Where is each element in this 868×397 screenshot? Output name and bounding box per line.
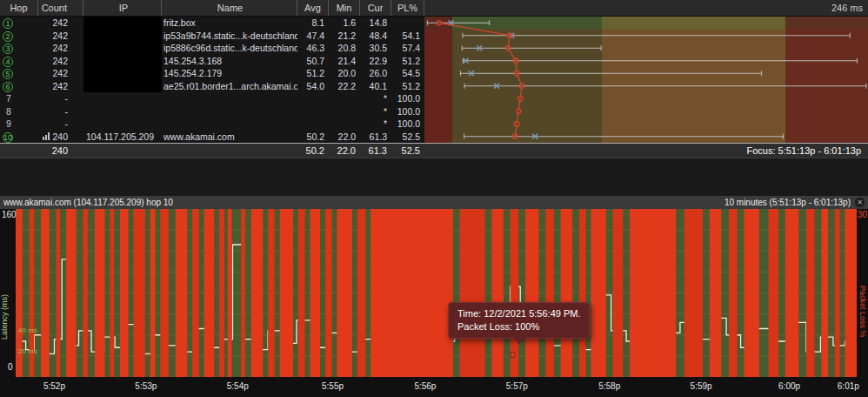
count-cell: 242 bbox=[38, 55, 83, 68]
pl-cell: 100.0 bbox=[391, 92, 424, 105]
summary-min: 22.0 bbox=[329, 144, 360, 158]
packet-loss-axis-label: Packet Loss % bbox=[858, 286, 867, 338]
min-cell: 22.0 bbox=[329, 131, 360, 144]
col-header-count[interactable]: Count bbox=[38, 0, 83, 16]
avg-cell bbox=[297, 118, 329, 131]
pl-cell: 54.1 bbox=[391, 30, 424, 43]
hop-number-circled: 10 bbox=[3, 132, 13, 143]
col-header-hop[interactable]: Hop bbox=[0, 0, 38, 16]
name-cell: www.akamai.com bbox=[162, 131, 297, 144]
time-tick-label: 5:53p bbox=[135, 381, 157, 391]
summary-pl: 52.5 bbox=[391, 144, 424, 158]
avg-cell bbox=[297, 105, 329, 118]
time-tick-label: 5:58p bbox=[598, 381, 620, 391]
hop-cell: 3 bbox=[0, 42, 38, 55]
pl-cell bbox=[391, 17, 424, 30]
cur-cell: 40.1 bbox=[360, 80, 391, 93]
count-cell: 242 bbox=[38, 67, 83, 80]
min-cell: 20.8 bbox=[329, 42, 360, 55]
hop-cell: 2 bbox=[0, 30, 38, 43]
y-axis-max-label: 160 bbox=[2, 210, 17, 219]
gridline-label: 40 ms bbox=[18, 326, 37, 334]
hop-number-circled: 5 bbox=[3, 69, 13, 79]
col-header-cur[interactable]: Cur bbox=[360, 0, 391, 16]
time-tick-label: 6:01p bbox=[838, 381, 859, 391]
summary-cur: 61.3 bbox=[360, 144, 391, 158]
summary-count: 240 bbox=[38, 144, 83, 158]
count-cell: 242 bbox=[38, 17, 83, 30]
close-icon[interactable]: ✕ bbox=[855, 198, 865, 207]
name-cell: ae25.r01.border1...arch.akamai.com bbox=[162, 80, 297, 93]
pl-cell: 100.0 bbox=[391, 105, 424, 118]
avg-cell: 54.0 bbox=[297, 80, 329, 93]
ip-cell bbox=[83, 118, 162, 131]
cur-cell: 14.8 bbox=[360, 17, 391, 30]
hop-cell: 10 bbox=[0, 131, 38, 144]
count-cell: 242 bbox=[38, 30, 83, 43]
avg-cell: 51.2 bbox=[297, 67, 329, 80]
min-cell: 21.2 bbox=[329, 30, 360, 43]
count-cell: 240 bbox=[38, 131, 83, 144]
col-header-pl[interactable]: PL% bbox=[391, 0, 424, 16]
time-tick-label: 5:54p bbox=[227, 381, 249, 391]
name-cell: ip5886c96d.static...k-deutschland.de bbox=[162, 42, 297, 55]
pl-cell: 100.0 bbox=[391, 118, 424, 131]
cur-cell: 48.4 bbox=[360, 30, 391, 43]
hop-cell: 4 bbox=[0, 55, 38, 68]
time-tick-label: 5:55p bbox=[322, 381, 344, 391]
min-cell bbox=[329, 105, 360, 118]
summary-row[interactable]: 240 50.2 22.0 61.3 52.5 Focus: 5:51:13p … bbox=[0, 143, 868, 158]
name-cell: fritz.box bbox=[162, 17, 297, 30]
trace-panel: Hop Count IP Name Avg Min Cur PL% 246 ms… bbox=[0, 0, 868, 158]
pl-cell: 57.4 bbox=[391, 42, 424, 55]
hop-cell: 7 bbox=[0, 92, 38, 105]
hop-number-circled: 3 bbox=[3, 44, 13, 54]
hop-cell: 6 bbox=[0, 80, 38, 93]
ip-redaction-block bbox=[83, 17, 162, 92]
min-cell: 20.0 bbox=[329, 67, 360, 80]
col-header-ip[interactable]: IP bbox=[83, 0, 162, 16]
tooltip: Time: 12/2/2021 5:56:49 PM. Packet Loss:… bbox=[448, 302, 590, 339]
min-cell bbox=[329, 118, 360, 131]
ip-cell bbox=[83, 105, 162, 118]
cur-cell: * bbox=[360, 118, 391, 131]
hop-number: 8 bbox=[0, 106, 11, 117]
cur-cell: * bbox=[360, 92, 391, 105]
pingplotter-app: Hop Count IP Name Avg Min Cur PL% 246 ms… bbox=[0, 0, 868, 397]
name-cell: 145.254.2.179 bbox=[162, 67, 297, 80]
latency-axis-label: Latency (ms) bbox=[0, 294, 9, 340]
y-axis-min-label: 0 bbox=[8, 362, 13, 372]
loss-axis-max-label: 30 bbox=[858, 210, 867, 219]
graph-icon bbox=[43, 132, 50, 140]
cur-cell: 30.5 bbox=[360, 42, 391, 55]
ip-cell: 104.117.205.209 bbox=[83, 131, 162, 144]
col-header-avg[interactable]: Avg bbox=[297, 0, 329, 16]
min-cell: 22.2 bbox=[329, 80, 360, 93]
trace-table-header: Hop Count IP Name Avg Min Cur PL% 246 ms bbox=[0, 0, 868, 17]
pl-cell: 51.2 bbox=[391, 80, 424, 93]
col-header-name[interactable]: Name bbox=[162, 0, 297, 16]
cur-cell: 22.9 bbox=[360, 55, 391, 68]
min-cell: 1.6 bbox=[329, 17, 360, 30]
name-cell bbox=[162, 118, 297, 131]
pl-cell: 52.5 bbox=[391, 131, 424, 144]
cur-cell: 26.0 bbox=[360, 67, 391, 80]
pl-cell: 54.5 bbox=[391, 67, 424, 80]
name-cell bbox=[162, 105, 297, 118]
count-cell: 242 bbox=[38, 42, 83, 55]
min-cell: 21.4 bbox=[329, 55, 360, 68]
hop-cell: 1 bbox=[0, 17, 38, 30]
time-tick-label: 6:00p bbox=[778, 381, 800, 391]
timeline-range-label: 10 minutes (5:51:13p - 6:01:13p) bbox=[724, 198, 851, 207]
tooltip-pointer bbox=[513, 338, 525, 344]
latency-loss-plot[interactable]: 40 ms20 ms Time: 12/2/2021 5:56:49 PM. P… bbox=[16, 209, 857, 377]
hop-number: 9 bbox=[0, 118, 11, 129]
avg-cell: 47.4 bbox=[297, 30, 329, 43]
route-graph[interactable] bbox=[424, 17, 868, 143]
latency-scale-label: 246 ms bbox=[424, 0, 868, 16]
avg-cell: 50.2 bbox=[297, 131, 329, 144]
count-cell: - bbox=[38, 92, 83, 105]
tooltip-loss: Packet Loss: 100% bbox=[457, 320, 580, 333]
hop-number-circled: 1 bbox=[3, 18, 13, 29]
col-header-min[interactable]: Min bbox=[329, 0, 360, 16]
